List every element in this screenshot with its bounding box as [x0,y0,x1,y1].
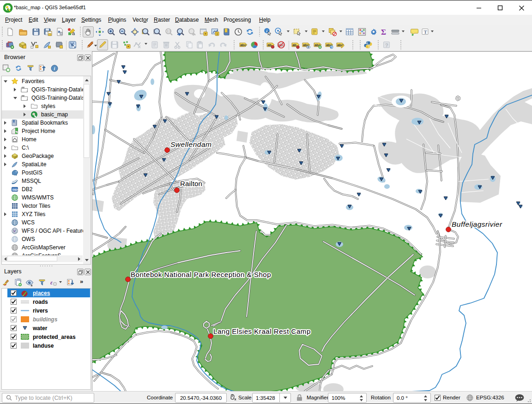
svg-text:Swellendam: Swellendam [170,140,212,148]
svg-text:Bontebok National Park Recepti: Bontebok National Park Reception & Shop [131,271,271,278]
svg-text:ε: ε [50,279,53,286]
svg-text:i: i [54,66,55,71]
svg-text:Lang Elsies Kraal Rest Camp: Lang Elsies Kraal Rest Camp [213,327,311,335]
svg-text:ab: ab [292,43,296,47]
svg-text:Buffeljagsrivier: Buffeljagsrivier [452,220,502,228]
svg-text:T: T [424,29,428,35]
svg-text:DB2: DB2 [12,188,18,191]
svg-text:1:1: 1:1 [167,30,171,33]
svg-text:Σ: Σ [381,28,386,36]
svg-text:Railton: Railton [180,180,202,187]
svg-text:?: ? [385,42,388,48]
svg-text:3: 3 [216,32,218,36]
svg-text:abc: abc [240,43,246,47]
svg-text:V: V [13,229,16,233]
